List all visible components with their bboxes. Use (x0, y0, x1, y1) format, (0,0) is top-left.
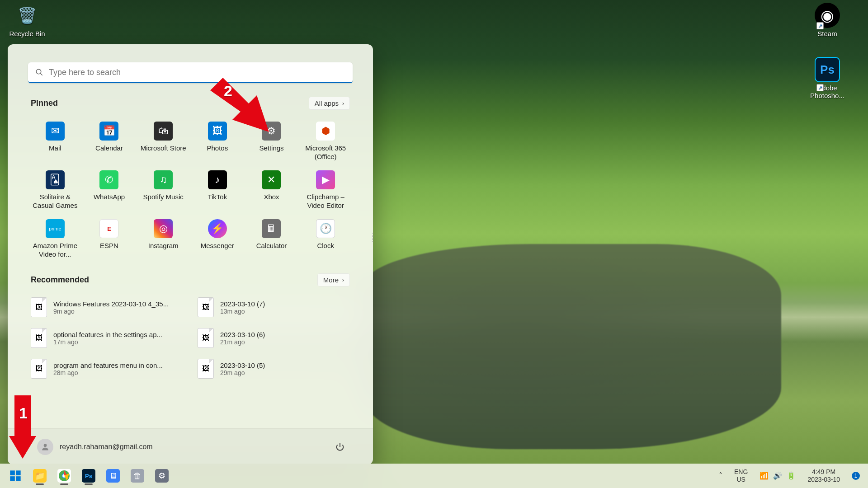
recommended-item[interactable]: 🖼2023-03-10 (6)21m ago (195, 324, 353, 352)
taskbar-clock[interactable]: 4:49 PM 2023-03-10 (804, 466, 844, 485)
all-apps-button[interactable]: All apps › (309, 97, 350, 110)
pinned-app-messenger[interactable]: ⚡Messenger (190, 216, 245, 262)
language-indicator[interactable]: ENG US (731, 466, 751, 485)
pinned-app-espn[interactable]: EESPN (82, 216, 137, 262)
pinned-app-store[interactable]: 🛍Microsoft Store (136, 118, 190, 164)
svg-line-1 (40, 73, 42, 75)
pinned-app-photos[interactable]: 🖼Photos (190, 118, 245, 164)
calendar-icon: 📅 (99, 122, 118, 141)
taskbar-app-cleanup[interactable]: 🗑 (127, 466, 148, 486)
power-button[interactable] (332, 439, 348, 455)
pinned-app-calculator[interactable]: 🖩Calculator (245, 216, 299, 262)
folder-icon: 📁 (33, 469, 47, 483)
pinned-app-mail[interactable]: ✉Mail (28, 118, 82, 164)
search-input[interactable] (49, 68, 345, 77)
pinned-app-clipchamp[interactable]: ▶Clipchamp – Video Editor (298, 167, 353, 213)
desktop-icon-label: Adobe Photosho... (805, 84, 850, 99)
taskbar-settings[interactable]: ⚙ (151, 466, 173, 486)
user-name-label: reyadh.rahaman@gmail.com (60, 443, 153, 451)
pinned-app-tiktok[interactable]: ♪TikTok (190, 167, 245, 213)
image-file-icon: 🖼 (31, 328, 47, 348)
user-avatar-icon (37, 439, 53, 455)
recommended-list: 🖼Windows Features 2023-03-10 4_35...9m a… (28, 294, 353, 382)
photos-icon: 🖼 (208, 122, 227, 141)
more-button[interactable]: More › (317, 273, 350, 286)
clipchamp-icon: ▶ (316, 170, 335, 189)
page-indicator-dots[interactable]: ⋮⋮ (369, 234, 377, 241)
clock-icon: 🕐 (316, 219, 335, 238)
pinned-app-ms365[interactable]: ⬢Microsoft 365 (Office) (298, 118, 353, 164)
pinned-apps-grid: ✉Mail 📅Calendar 🛍Microsoft Store 🖼Photos… (28, 118, 353, 262)
pinned-app-spotify[interactable]: ♫Spotify Music (136, 167, 190, 213)
photoshop-icon: Ps (815, 57, 840, 82)
windows-logo-icon (9, 469, 22, 483)
shortcut-arrow-icon: ↗ (816, 22, 824, 29)
whatsapp-icon: ✆ (99, 170, 118, 189)
power-icon (335, 442, 345, 452)
xbox-icon: ✕ (262, 170, 281, 189)
taskbar-photoshop[interactable]: Ps (78, 466, 99, 486)
desktop-icon-steam[interactable]: ◉ ↗ Steam (805, 3, 850, 38)
desktop-icon-label: Steam (805, 30, 850, 38)
system-tray[interactable]: 📶 🔊 🔋 (756, 469, 799, 482)
svg-rect-5 (10, 470, 14, 475)
start-search[interactable] (28, 62, 353, 83)
image-file-icon: 🖼 (31, 297, 47, 317)
more-label: More (323, 276, 339, 284)
chevron-right-icon: › (342, 100, 344, 107)
solitaire-icon: 🂡 (46, 170, 65, 189)
pinned-app-settings[interactable]: ⚙Settings (245, 118, 299, 164)
primevideo-icon: prime (46, 219, 65, 238)
recommended-item[interactable]: 🖼program and features menu in con...28m … (28, 355, 186, 382)
monitor-icon: 🖥 (106, 469, 120, 483)
pinned-app-primevideo[interactable]: primeAmazon Prime Video for... (28, 216, 82, 262)
chrome-icon (57, 469, 71, 483)
search-icon (35, 68, 43, 76)
wifi-icon: 📶 (760, 471, 769, 480)
mail-icon: ✉ (46, 122, 65, 141)
pinned-app-instagram[interactable]: ◎Instagram (136, 216, 190, 262)
taskbar-chrome[interactable] (53, 466, 75, 486)
svg-rect-7 (10, 476, 14, 481)
shortcut-arrow-icon: ↗ (816, 84, 824, 91)
image-file-icon: 🖼 (198, 328, 214, 348)
image-file-icon: 🖼 (198, 297, 214, 317)
desktop-icon-photoshop[interactable]: Ps ↗ Adobe Photosho... (805, 57, 850, 99)
pinned-app-whatsapp[interactable]: ✆WhatsApp (82, 167, 137, 213)
lang-line1: ENG (734, 468, 748, 476)
pinned-app-clock[interactable]: 🕐Clock (298, 216, 353, 262)
calculator-icon: 🖩 (262, 219, 281, 238)
tray-overflow-button[interactable]: ˄ (715, 469, 726, 482)
lang-line2: US (734, 476, 748, 483)
taskbar-file-explorer[interactable]: 📁 (29, 466, 51, 486)
notification-center-button[interactable]: 1 (848, 470, 863, 482)
recommended-item[interactable]: 🖼Windows Features 2023-03-10 4_35...9m a… (28, 294, 186, 321)
pinned-app-calendar[interactable]: 📅Calendar (82, 118, 137, 164)
battery-icon: 🔋 (787, 471, 796, 480)
svg-rect-6 (16, 470, 20, 475)
clock-date: 2023-03-10 (807, 476, 840, 483)
user-account-button[interactable]: reyadh.rahaman@gmail.com (33, 436, 157, 458)
taskbar: 📁 Ps 🖥 🗑 ⚙ ˄ ENG US 📶 🔊 🔋 4:49 PM 2023-0… (0, 464, 868, 488)
recycle-bin-icon: 🗑️ (14, 3, 40, 28)
pinned-app-solitaire[interactable]: 🂡Solitaire & Casual Games (28, 167, 82, 213)
messenger-icon: ⚡ (208, 219, 227, 238)
pinned-heading: Pinned (31, 99, 58, 108)
svg-point-0 (36, 69, 41, 74)
chevron-right-icon: › (342, 277, 344, 283)
instagram-icon: ◎ (154, 219, 173, 238)
svg-rect-8 (16, 476, 20, 481)
start-button[interactable] (5, 466, 26, 486)
svg-point-2 (44, 444, 47, 447)
clock-time: 4:49 PM (807, 468, 840, 476)
photoshop-icon: Ps (82, 469, 95, 483)
gear-icon: ⚙ (155, 469, 169, 483)
chevron-up-icon: ˄ (719, 471, 722, 480)
disk-cleanup-icon: 🗑 (131, 469, 144, 483)
taskbar-app-screenrec[interactable]: 🖥 (102, 466, 124, 486)
recommended-item[interactable]: 🖼2023-03-10 (5)29m ago (195, 355, 353, 382)
recommended-item[interactable]: 🖼optional features in the settings ap...… (28, 324, 186, 352)
recommended-item[interactable]: 🖼2023-03-10 (7)13m ago (195, 294, 353, 321)
desktop-icon-recycle-bin[interactable]: 🗑️ Recycle Bin (5, 3, 50, 38)
pinned-app-xbox[interactable]: ✕Xbox (245, 167, 299, 213)
